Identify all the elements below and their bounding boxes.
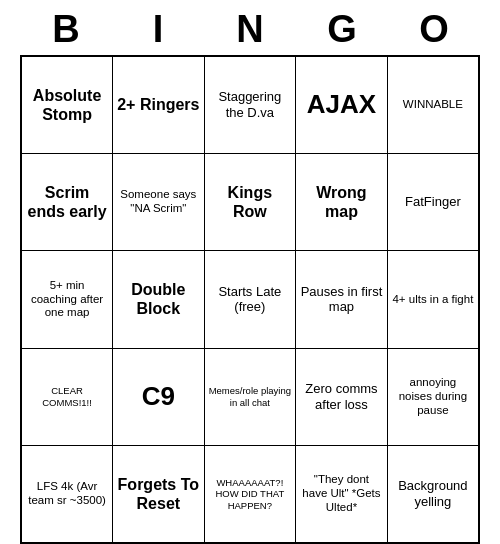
bingo-cell[interactable]: 2+ Ringers xyxy=(113,56,204,153)
bingo-cell[interactable]: Absolute Stomp xyxy=(21,56,113,153)
bingo-cell[interactable]: Wrong map xyxy=(296,153,388,250)
bingo-cell[interactable]: Forgets To Reset xyxy=(113,446,204,543)
bingo-cell[interactable]: Memes/role playing in all chat xyxy=(204,348,296,445)
bingo-cell[interactable]: Pauses in first map xyxy=(296,251,388,348)
bingo-letter: B xyxy=(20,8,112,51)
bingo-cell[interactable]: Scrim ends early xyxy=(21,153,113,250)
bingo-letter: G xyxy=(296,8,388,51)
bingo-cell[interactable]: Background yelling xyxy=(387,446,479,543)
bingo-cell[interactable]: Double Block xyxy=(113,251,204,348)
bingo-cell[interactable]: Zero comms after loss xyxy=(296,348,388,445)
bingo-cell[interactable]: annoying noises during pause xyxy=(387,348,479,445)
bingo-title: BINGO xyxy=(20,8,480,51)
bingo-cell[interactable]: "They dont have Ult" *Gets Ulted* xyxy=(296,446,388,543)
bingo-cell[interactable]: Starts Late (free) xyxy=(204,251,296,348)
bingo-cell[interactable]: LFS 4k (Avr team sr ~3500) xyxy=(21,446,113,543)
bingo-cell[interactable]: Kings Row xyxy=(204,153,296,250)
bingo-letter: N xyxy=(204,8,296,51)
bingo-cell[interactable]: AJAX xyxy=(296,56,388,153)
bingo-cell[interactable]: CLEAR COMMS!1!! xyxy=(21,348,113,445)
bingo-cell[interactable]: WINNABLE xyxy=(387,56,479,153)
bingo-cell[interactable]: C9 xyxy=(113,348,204,445)
bingo-cell[interactable]: Someone says "NA Scrim" xyxy=(113,153,204,250)
bingo-letter: I xyxy=(112,8,204,51)
bingo-cell[interactable]: 5+ min coaching after one map xyxy=(21,251,113,348)
bingo-letter: O xyxy=(388,8,480,51)
bingo-cell[interactable]: WHAAAAAAT?! HOW DID THAT HAPPEN? xyxy=(204,446,296,543)
bingo-grid: Absolute Stomp2+ RingersStaggering the D… xyxy=(20,55,480,544)
bingo-cell[interactable]: FatFinger xyxy=(387,153,479,250)
bingo-cell[interactable]: Staggering the D.va xyxy=(204,56,296,153)
bingo-cell[interactable]: 4+ ults in a fight xyxy=(387,251,479,348)
